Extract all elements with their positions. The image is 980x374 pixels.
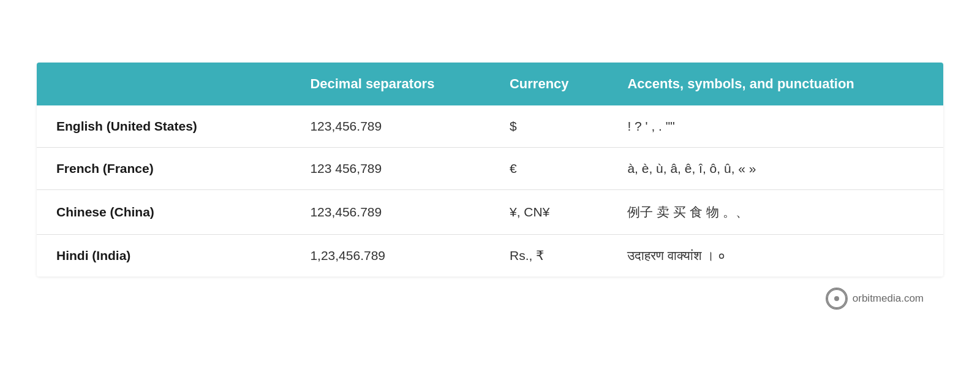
cell-decimal: 123,456.789 [290, 105, 490, 148]
cell-decimal: 123,456.789 [290, 189, 490, 234]
cell-currency: $ [490, 105, 608, 148]
header-language [37, 63, 290, 105]
table-row: Chinese (China) 123,456.789 ¥, CN¥ 例子 卖 … [37, 189, 943, 234]
header-accents: Accents, symbols, and punctuation [608, 63, 943, 105]
header-currency: Currency [490, 63, 608, 105]
cell-language: Hindi (India) [37, 234, 290, 277]
cell-decimal: 123 456,789 [290, 147, 490, 189]
table-row: French (France) 123 456,789 € à, è, ù, â… [37, 147, 943, 189]
cell-accents: 例子 卖 买 食 物 。、 [608, 189, 943, 234]
cell-language: French (France) [37, 147, 290, 189]
table-row: Hindi (India) 1,23,456.789 Rs., ₹ उदाहरण… [37, 234, 943, 277]
brand-logo: orbitmedia.com [826, 288, 924, 310]
cell-currency: Rs., ₹ [490, 234, 608, 277]
table-header-row: Decimal separators Currency Accents, sym… [37, 63, 943, 105]
table-row: English (United States) 123,456.789 $ ! … [37, 105, 943, 148]
cell-language: Chinese (China) [37, 189, 290, 234]
orbit-icon [826, 288, 848, 310]
cell-language: English (United States) [37, 105, 290, 148]
brand-text: orbitmedia.com [853, 292, 924, 305]
cell-accents: उदाहरण वाक्यांश । ० [608, 234, 943, 277]
cell-currency: ¥, CN¥ [490, 189, 608, 234]
cell-currency: € [490, 147, 608, 189]
cell-accents: ! ? ' , . "" [608, 105, 943, 148]
header-decimal: Decimal separators [290, 63, 490, 105]
main-table-wrapper: Decimal separators Currency Accents, sym… [37, 63, 943, 277]
cell-decimal: 1,23,456.789 [290, 234, 490, 277]
cell-accents: à, è, ù, â, ê, î, ô, û, « » [608, 147, 943, 189]
footer: orbitmedia.com [37, 277, 943, 312]
localization-table: Decimal separators Currency Accents, sym… [37, 63, 943, 277]
